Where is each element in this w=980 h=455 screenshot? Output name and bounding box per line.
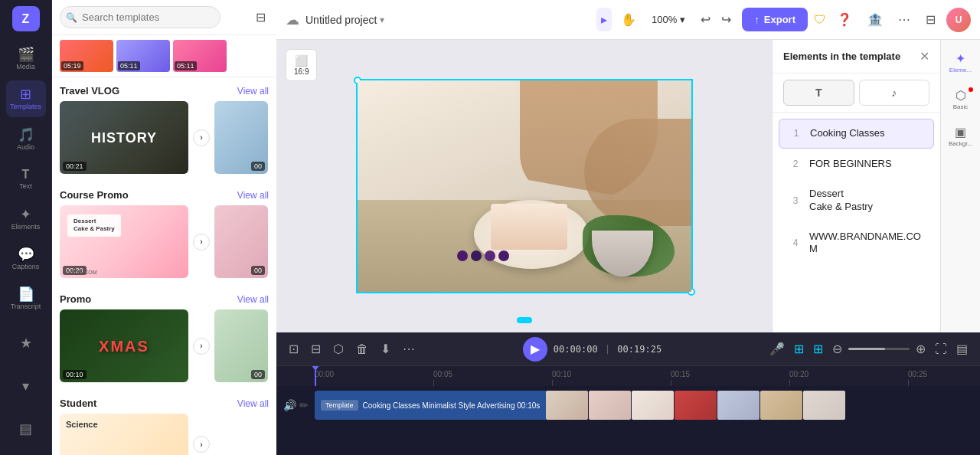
rsb-elements-button[interactable]: ✦ Eleme... — [944, 46, 978, 80]
scroll-right-arrow-2[interactable]: › — [193, 234, 210, 250]
fit-button[interactable]: ⊟ — [308, 339, 324, 359]
science-template-card[interactable]: Science — [60, 414, 188, 455]
sidebar-item-label: Audio — [17, 143, 34, 151]
track-volume-button[interactable]: 🔊 — [283, 399, 296, 411]
view-all-travel-button[interactable]: View all — [237, 86, 269, 97]
split-view-button[interactable]: ⊟ — [921, 8, 940, 31]
filter-button[interactable]: ⊟ — [253, 7, 269, 28]
strip-thumbnail-3[interactable]: 05:11 — [173, 40, 227, 72]
element-item-1[interactable]: 1 Cooking Classes — [779, 119, 934, 149]
play-button[interactable]: ▶ — [523, 337, 547, 362]
captions-icon: 💬 — [18, 247, 34, 261]
zoom-slider[interactable] — [848, 348, 910, 350]
text-icon: T — [22, 169, 30, 181]
element-item-3[interactable]: 3 DessertCake & Pastry — [779, 180, 934, 221]
timeline-area: ⊡ ⊟ ⬡ 🗑 ⬇ ⋯ ▶ 00:00:00 | 00:19:25 🎤 ⊞ ⊞ … — [276, 332, 980, 455]
help-button[interactable]: ❓ — [832, 8, 857, 31]
delete-button[interactable]: 🗑 — [353, 339, 371, 359]
template-name-in-track: Cooking Classes Minimalist Style Adverti… — [363, 401, 541, 410]
storyboard-button[interactable]: ▤ — [953, 339, 971, 359]
magnet-snap-button[interactable]: ⊞ — [810, 339, 826, 359]
elements-tabs: T ♪ — [773, 74, 940, 113]
redo-button[interactable]: ↪ — [717, 8, 736, 31]
rsb-background-button[interactable]: ▣ Backgr... — [944, 119, 978, 153]
microphone-button[interactable]: 🎤 — [766, 339, 788, 359]
zoom-in-button[interactable]: ⊕ — [913, 339, 929, 359]
template-track[interactable]: Template Cooking Classes Minimalist Styl… — [315, 391, 980, 420]
sidebar-item-media[interactable]: 🎬 Media — [6, 41, 46, 77]
more-track-options[interactable]: ⋯ — [400, 339, 418, 359]
zoom-control[interactable]: 100% ▾ — [645, 11, 691, 28]
export-label: Export — [764, 14, 795, 25]
rsb-background-label: Backgr... — [949, 140, 972, 147]
timeline-tracks: 🔊 ✏ Template Cooking Classes Minimalist … — [276, 386, 980, 455]
sidebar-item-label: Media — [16, 63, 35, 70]
sidebar-item-text[interactable]: T Text — [6, 161, 46, 198]
sidebar-item-subtitles[interactable]: ▤ — [6, 409, 46, 449]
main-area: ☁ Untitled project ▾ ▸ ✋ 100% ▾ ↩ ↪ ↑ Ex… — [276, 0, 980, 455]
element-number: 3 — [789, 195, 802, 206]
subtitles-icon: ▤ — [19, 422, 32, 436]
scroll-right-arrow-4[interactable]: › — [193, 436, 210, 453]
sidebar-item-transcript[interactable]: 📄 Transcript — [6, 280, 46, 317]
chevron-down-icon: ▾ — [22, 379, 29, 393]
download-button[interactable]: ⬇ — [377, 339, 394, 359]
zoom-out-button[interactable]: ⊖ — [829, 339, 845, 359]
rsb-elements-wrap: ✦ Eleme... — [944, 46, 978, 80]
scroll-right-arrow[interactable]: › — [193, 129, 210, 146]
canvas-frame[interactable] — [356, 79, 693, 293]
aspect-ratio-badge[interactable]: ⬜ 16:9 — [286, 49, 317, 81]
hand-tool-button[interactable]: ✋ — [616, 8, 641, 31]
more-options-button[interactable]: ⋯ — [893, 8, 915, 31]
course-card-2[interactable]: 00 — [214, 205, 268, 278]
select-tool-button[interactable]: ▸ — [596, 8, 612, 31]
ruler-mark-5: 00:25 — [908, 370, 980, 386]
sidebar-item-audio[interactable]: 🎵 Audio — [6, 120, 46, 157]
fullscreen-button[interactable]: ⛶ — [932, 339, 950, 359]
user-avatar[interactable]: U — [946, 8, 971, 32]
undo-button[interactable]: ↩ — [696, 8, 715, 31]
track-edit-button[interactable]: ✏ — [299, 399, 309, 411]
video-track-content[interactable]: Template Cooking Classes Minimalist Styl… — [315, 391, 980, 420]
music-elements-tab[interactable]: ♪ — [859, 80, 930, 106]
promo-card-2[interactable]: 00 — [214, 309, 268, 382]
strip-thumbnail-1[interactable]: 05:19 — [60, 40, 113, 72]
sidebar-item-elements[interactable]: ✦ Elements — [6, 201, 46, 237]
xmas-template-card[interactable]: XMAS 00:10 — [60, 309, 188, 382]
scroll-right-arrow-3[interactable]: › — [193, 338, 210, 355]
strip-thumbnail-2[interactable]: 05:11 — [116, 40, 170, 72]
history-template-card[interactable]: HISTORY 00:21 — [60, 101, 188, 174]
grid-snap-button[interactable]: ⊞ — [791, 339, 807, 359]
crop-button[interactable]: ⊡ — [286, 339, 302, 359]
sidebar-item-captions[interactable]: 💬 Captions — [6, 241, 46, 277]
project-name-button[interactable]: Untitled project ▾ — [305, 14, 384, 26]
time-badge: 05:19 — [61, 61, 83, 70]
sidebar-item-templates[interactable]: ⊞ Templates — [6, 80, 46, 117]
scene-overlay — [358, 80, 691, 292]
sidebar-item-brand[interactable]: ★ — [6, 323, 46, 363]
payments-button[interactable]: 🏦 — [863, 8, 887, 31]
canvas-area[interactable]: ⬜ 16:9 — [276, 40, 772, 332]
promo-section-header: Promo View all — [52, 286, 276, 309]
cake-body — [491, 204, 567, 250]
play-icon: ▶ — [531, 342, 540, 356]
app-logo[interactable]: Z — [12, 6, 40, 31]
playhead[interactable] — [315, 366, 316, 386]
sidebar-item-label: Text — [19, 182, 32, 190]
travel-card-2[interactable]: 00 — [214, 101, 268, 174]
search-input[interactable] — [60, 6, 220, 28]
close-elements-panel-button[interactable]: ✕ — [920, 49, 929, 64]
canvas-resize-handle[interactable] — [517, 317, 532, 323]
export-button[interactable]: ↑ Export — [742, 8, 808, 31]
view-all-course-button[interactable]: View all — [237, 190, 269, 201]
trim-button[interactable]: ⬡ — [330, 339, 347, 359]
text-elements-tab[interactable]: T — [783, 80, 854, 106]
templates-scroll[interactable]: Travel VLOG View all HISTORY 00:21 › 00 … — [52, 77, 276, 455]
view-all-student-button[interactable]: View all — [237, 398, 269, 409]
element-item-2[interactable]: 2 FOR BEGINNERS — [779, 150, 934, 178]
sidebar-item-more[interactable]: ▾ — [6, 366, 46, 406]
view-all-promo-button[interactable]: View all — [237, 294, 269, 305]
dessert-template-card[interactable]: Dessert Cake & Pastry 00:20 NAME.COM — [60, 205, 188, 278]
elements-list: 1 Cooking Classes 2 FOR BEGINNERS 3 Dess… — [773, 113, 940, 332]
element-item-4[interactable]: 4 WWW.BRANDNAME.COM — [779, 223, 934, 264]
